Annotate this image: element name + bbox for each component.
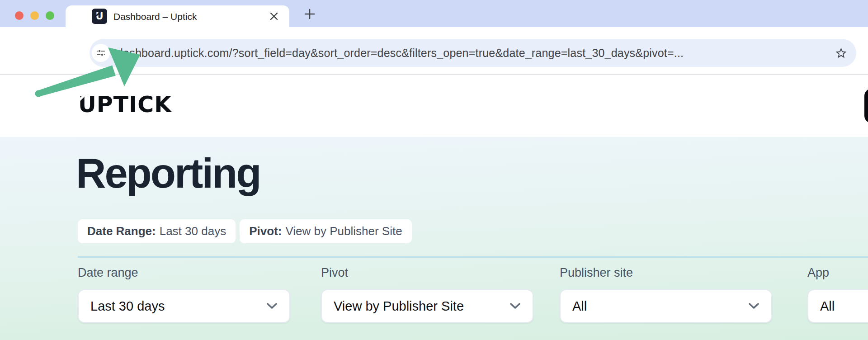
- pivot-select[interactable]: View by Publisher Site: [321, 289, 533, 323]
- uptick-favicon-icon: U: [92, 9, 107, 24]
- filter-summary-row: Date Range: Last 30 days Pivot: View by …: [78, 219, 412, 243]
- filter-publisher-site: Publisher site All: [560, 266, 772, 323]
- pill-label: Pivot:: [249, 224, 282, 238]
- filter-label: App: [807, 266, 868, 280]
- app-select[interactable]: All: [807, 289, 868, 323]
- side-edge-button[interactable]: [864, 89, 868, 123]
- pill-value: View by Publisher Site: [285, 224, 402, 238]
- pill-label: Date Range:: [87, 224, 156, 238]
- publisher-site-select[interactable]: All: [560, 289, 772, 323]
- close-window-button[interactable]: [15, 11, 24, 20]
- date-range-summary-pill: Date Range: Last 30 days: [78, 219, 236, 243]
- filter-label: Publisher site: [560, 266, 772, 280]
- zoom-window-button[interactable]: [46, 11, 54, 20]
- minimize-window-button[interactable]: [30, 11, 39, 20]
- page-title: Reporting: [76, 150, 260, 197]
- select-value: All: [820, 299, 835, 314]
- browser-toolbar: dashboard.uptick.com/?sort_field=day&sor…: [0, 27, 868, 74]
- reporting-hero-section: Reporting Date Range: Last 30 days Pivot…: [0, 137, 868, 340]
- tab-close-icon[interactable]: [269, 11, 279, 21]
- address-bar[interactable]: dashboard.uptick.com/?sort_field=day&sor…: [90, 39, 856, 67]
- new-tab-button[interactable]: [303, 7, 316, 21]
- uptick-logo: UPTICK: [78, 92, 172, 118]
- chevron-down-icon: [266, 302, 278, 310]
- site-info-button[interactable]: [92, 44, 110, 62]
- filters-divider: [78, 256, 868, 258]
- url-text[interactable]: dashboard.uptick.com/?sort_field=day&sor…: [117, 47, 829, 60]
- filter-pivot: Pivot View by Publisher Site: [321, 266, 533, 323]
- select-value: Last 30 days: [90, 299, 165, 314]
- pill-value: Last 30 days: [160, 224, 226, 238]
- browser-window: U Dashboard – Uptick: [0, 0, 868, 340]
- tune-icon: [96, 48, 106, 58]
- tab-strip: U Dashboard – Uptick: [0, 0, 868, 27]
- pivot-summary-pill: Pivot: View by Publisher Site: [240, 219, 411, 243]
- page-content: UPTICK Reporting Date Range: Last 30 day…: [0, 75, 868, 340]
- traffic-lights: [15, 11, 54, 20]
- browser-tab[interactable]: U Dashboard – Uptick: [66, 5, 289, 27]
- filter-label: Pivot: [321, 266, 533, 280]
- bookmark-star-icon[interactable]: [835, 47, 848, 60]
- date-range-select[interactable]: Last 30 days: [78, 289, 290, 323]
- select-value: All: [572, 299, 587, 314]
- chevron-down-icon: [509, 302, 521, 310]
- select-value: View by Publisher Site: [334, 299, 464, 314]
- filter-app: App All: [807, 266, 868, 323]
- tab-title: Dashboard – Uptick: [113, 11, 197, 22]
- chevron-down-icon: [748, 302, 760, 310]
- filter-date-range: Date range Last 30 days: [78, 266, 290, 323]
- filter-label: Date range: [78, 266, 290, 280]
